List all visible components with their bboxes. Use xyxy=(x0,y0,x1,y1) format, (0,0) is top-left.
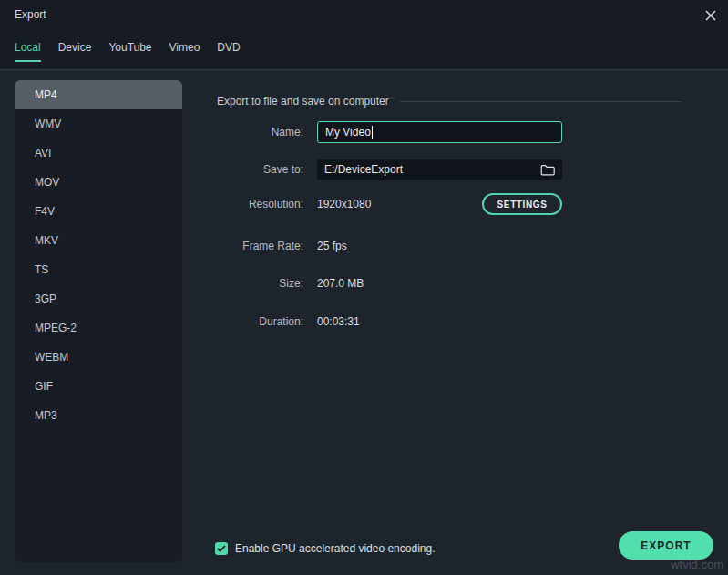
name-value: My Video xyxy=(325,126,371,139)
export-tabs: Local Device YouTube Vimeo DVD xyxy=(15,41,241,62)
save-to-value: E:/DeviceExport xyxy=(324,163,403,176)
duration-label: Duration: xyxy=(217,315,303,328)
format-item-mkv[interactable]: MKV xyxy=(15,226,182,255)
size-label: Size: xyxy=(217,277,303,290)
size-value: 207.0 MB xyxy=(317,277,364,290)
gpu-encoding-checkbox[interactable] xyxy=(215,542,228,555)
export-button[interactable]: EXPORT xyxy=(619,531,713,560)
duration-row: Duration: 00:03:31 xyxy=(217,310,360,334)
name-row: Name: My Video xyxy=(217,120,562,144)
tab-device[interactable]: Device xyxy=(58,41,92,62)
resolution-value: 1920x1080 xyxy=(317,198,371,210)
frame-rate-label: Frame Rate: xyxy=(217,240,303,252)
check-icon xyxy=(217,545,226,552)
titlebar: Export Local Device YouTube Vimeo DVD xyxy=(0,0,728,70)
section-divider xyxy=(400,101,682,102)
gpu-encoding-label: Enable GPU accelerated video encoding. xyxy=(235,542,435,555)
format-item-3gp[interactable]: 3GP xyxy=(15,284,182,313)
resolution-row: Resolution: 1920x1080 SETTINGS xyxy=(217,192,562,216)
format-item-mp4[interactable]: MP4 xyxy=(15,80,182,109)
format-item-gif[interactable]: GIF xyxy=(15,372,182,401)
format-list: MP4 WMV AVI MOV F4V MKV TS 3GP MPEG-2 WE… xyxy=(15,80,182,562)
format-item-mov[interactable]: MOV xyxy=(15,168,182,197)
format-item-wmv[interactable]: WMV xyxy=(15,109,182,139)
tab-dvd[interactable]: DVD xyxy=(217,41,240,62)
settings-button[interactable]: SETTINGS xyxy=(482,193,562,215)
folder-icon[interactable] xyxy=(540,164,555,176)
save-to-row: Save to: E:/DeviceExport xyxy=(217,158,562,181)
tab-youtube[interactable]: YouTube xyxy=(108,41,151,62)
duration-value: 00:03:31 xyxy=(317,315,360,328)
format-item-mpeg2[interactable]: MPEG-2 xyxy=(15,313,182,343)
dialog-title: Export xyxy=(15,8,46,21)
name-label: Name: xyxy=(217,126,303,139)
gpu-encoding-row: Enable GPU accelerated video encoding. xyxy=(215,542,435,555)
tab-vimeo[interactable]: Vimeo xyxy=(169,41,200,62)
save-to-input[interactable]: E:/DeviceExport xyxy=(317,159,562,180)
frame-rate-row: Frame Rate: 25 fps xyxy=(217,234,347,258)
size-row: Size: 207.0 MB xyxy=(217,272,364,295)
format-item-ts[interactable]: TS xyxy=(15,255,182,284)
format-item-avi[interactable]: AVI xyxy=(15,139,182,168)
name-input[interactable]: My Video xyxy=(317,121,562,143)
frame-rate-value: 25 fps xyxy=(317,240,347,252)
format-item-webm[interactable]: WEBM xyxy=(15,343,182,372)
close-icon[interactable] xyxy=(702,7,719,24)
watermark: wtvid.com xyxy=(671,558,723,571)
section-title: Export to file and save on computer xyxy=(217,95,389,108)
format-item-f4v[interactable]: F4V xyxy=(15,197,182,226)
text-caret xyxy=(372,126,373,139)
export-dialog: Export Local Device YouTube Vimeo DVD MP… xyxy=(0,0,728,575)
section-header: Export to file and save on computer xyxy=(217,95,682,108)
save-to-label: Save to: xyxy=(217,163,303,176)
format-item-mp3[interactable]: MP3 xyxy=(15,401,182,430)
resolution-label: Resolution: xyxy=(217,198,303,210)
tab-local[interactable]: Local xyxy=(15,41,41,62)
